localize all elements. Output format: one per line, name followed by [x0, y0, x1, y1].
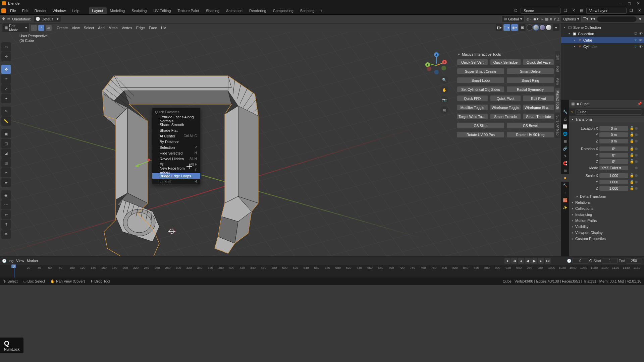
maxivz-quick-sel-vert[interactable]: Quick Sel Vert [457, 59, 488, 65]
end-frame-field[interactable]: 250 [626, 258, 642, 263]
mesh-select-mode-icon[interactable]: ◧▾ [496, 24, 502, 31]
jump-start-button[interactable]: ⏮ [511, 258, 517, 264]
rot-y-field[interactable]: 0° [599, 153, 628, 158]
scale-tool[interactable]: ⤢ [1, 84, 11, 94]
scene-selector[interactable]: Scene [521, 8, 561, 14]
maxivz-smart-translate[interactable]: Smart Translate [523, 113, 554, 120]
workspace-tab-shading[interactable]: Shading [203, 7, 223, 14]
loc-y-field[interactable]: 0 m [599, 132, 628, 137]
props-tab-9[interactable]: ■ [561, 174, 569, 182]
quickfav-new-face-from-edges[interactable]: New Face from EdgesF [152, 167, 200, 173]
workspace-tab-texture-paint[interactable]: Texture Paint [174, 7, 202, 14]
editmenu-create[interactable]: Create [55, 25, 69, 31]
vertex-select-mode[interactable]: · [31, 25, 37, 31]
cursor-tool-icon[interactable]: ✥ [2, 17, 5, 21]
maxivz-set-cylindrical-obj-sides[interactable]: Set Cylindrical Obj Sides [457, 86, 504, 93]
perspective-toggle-icon[interactable]: ⊞ [440, 106, 448, 114]
rotation-mode-dropdown[interactable]: XYZ Euler ▾ [599, 166, 628, 170]
scale-y-field[interactable]: 1.000 [599, 180, 628, 184]
annotate-tool[interactable]: ✎ [1, 107, 11, 116]
bevel-tool[interactable]: ◢ [1, 148, 11, 158]
workspace-tab-uv-editing[interactable]: UV Editing [150, 7, 174, 14]
outliner-item-cylinder[interactable]: ▸▿Cylinder▿👁 [561, 43, 644, 50]
delete-scene-button[interactable]: ✕ [570, 7, 577, 14]
maxivz-cs-slide[interactable]: CS Slide [457, 122, 504, 129]
mirror-x[interactable]: X [550, 17, 552, 21]
maxivz-quick-pivot[interactable]: Quick Pivot [490, 95, 521, 102]
editmenu-vertex[interactable]: Vertex [120, 25, 134, 31]
maxivz-edit-pivot[interactable]: Edit Pivot [523, 95, 554, 102]
quickfav-reveal-hidden[interactable]: Reveal HiddenAlt H [152, 156, 200, 162]
outliner-filter-toggle[interactable]: ▼ [638, 17, 642, 21]
timeline-ruler[interactable]: 2040608010012014016018020022024026028030… [0, 265, 644, 278]
maxivz-smart-loop[interactable]: Smart Loop [457, 77, 504, 83]
props-tab-1[interactable]: 🖨 [561, 115, 569, 123]
transform-tool[interactable]: ✦ [1, 94, 11, 103]
loc-z-field[interactable]: 0 m [599, 139, 628, 143]
workspace-tab-sculpting[interactable]: Sculpting [128, 7, 150, 14]
loc-y-lock[interactable]: 🔓 [630, 132, 634, 137]
inset-tool[interactable]: ◫ [1, 139, 11, 148]
window-minimize[interactable]: — [616, 1, 625, 6]
maxivz-wireframe-toggle[interactable]: Wireframe Toggle [490, 104, 521, 111]
scale-x-lock[interactable]: 🔓 [630, 173, 634, 178]
quickfav-extrude-faces-along-normals[interactable]: Extrude Faces Along Normals [152, 116, 200, 122]
measure-tool[interactable]: 📏 [1, 116, 11, 126]
outliner-item-cube[interactable]: ▸▿Cube▿👁 [561, 37, 644, 43]
rot-z-field[interactable]: 0° [599, 159, 628, 164]
panel-visibility[interactable]: Visibility [569, 224, 644, 230]
editmenu-mesh[interactable]: Mesh [107, 25, 119, 31]
playhead[interactable] [14, 265, 14, 278]
show-overlays[interactable]: ◉▾ [511, 24, 518, 31]
maxivz-title[interactable]: Maxivz Interactive Tools [457, 51, 554, 58]
panel-viewport-display[interactable]: Viewport Display [569, 230, 644, 236]
maxivz-rotate-uv-90-neg[interactable]: Rotate UV 90 Neg [506, 131, 554, 138]
maxivz-wireframe-shaded-to-[interactable]: Wireframe Shaded To.. [523, 104, 554, 111]
props-tab-8[interactable]: ⊞ [561, 167, 569, 174]
lookdev-shading[interactable] [539, 24, 545, 31]
panel-collections[interactable]: Collections [569, 205, 644, 212]
select-tool[interactable]: ▭ [1, 42, 11, 52]
panel-motion-paths[interactable]: Motion Paths [569, 218, 644, 224]
show-gizmos[interactable]: ⬚▾ [503, 24, 510, 31]
timeline-menu-view[interactable]: View [16, 259, 24, 263]
proportional-edit-toggle[interactable]: ◉▾ [533, 17, 539, 21]
props-tab-4[interactable]: ▦ [561, 137, 569, 145]
panel-custom-properties[interactable]: Custom Properties [569, 236, 644, 242]
shading-options[interactable]: ▾ [553, 24, 559, 31]
maxivz-modifier-toggle[interactable]: Modifier Toggle [457, 104, 488, 111]
quickfav-selection[interactable]: SelectionP [152, 144, 200, 150]
panel-delta-transform[interactable]: Delta Transform [569, 193, 644, 199]
outliner-display-mode[interactable]: ☰▾ [583, 17, 588, 21]
rot-x-lock[interactable]: 🔓 [630, 146, 634, 151]
quickfav-at-center[interactable]: At CenterCtrl Alt C [152, 133, 200, 139]
workspace-tab-rendering[interactable]: Rendering [246, 7, 270, 14]
edge-select-mode[interactable]: / [38, 25, 44, 31]
quickfav-by-distance[interactable]: By Distance [152, 139, 200, 144]
maxivz-rotate-uv-90-pos[interactable]: Rotate UV 90 Pos [457, 131, 504, 138]
face-select-mode[interactable]: ▱ [46, 25, 52, 31]
npanel-tab-sure-uv-map[interactable]: Sure UV Map [555, 113, 560, 138]
maxivz-smart-ring[interactable]: Smart Ring [506, 77, 554, 83]
workspace-tab-layout[interactable]: Layout [89, 7, 107, 14]
orientation-dropdown[interactable]: ⚪Default▾ [33, 16, 61, 22]
polybuild-tool[interactable]: ▰ [1, 178, 11, 187]
npanel-tab-view[interactable]: View [555, 75, 560, 88]
workspace-tab-modeling[interactable]: Modeling [107, 7, 128, 14]
panel-instancing[interactable]: Instancing [569, 212, 644, 218]
outliner-scene-collection[interactable]: ▾▢Scene Collection [561, 24, 644, 31]
props-tab-2[interactable]: ⬜ [561, 123, 569, 130]
props-tab-5[interactable]: 🔗 [561, 145, 569, 152]
maxivz-target-weld-toggle[interactable]: Target Weld Toggle [457, 113, 488, 120]
rip-tool[interactable]: ⧉ [1, 229, 11, 239]
rot-y-lock[interactable]: 🔓 [630, 153, 634, 157]
timeline-editor-icon[interactable]: 🕐 [2, 259, 7, 263]
smooth-tool[interactable]: 〰 [1, 200, 11, 209]
quickfav-shade-flat[interactable]: Shade Flat [152, 127, 200, 133]
loc-x-lock[interactable]: 🔓 [630, 126, 634, 130]
scale-x-field[interactable]: 1.000 [599, 173, 628, 178]
workspace-tab-scripting[interactable]: Scripting [297, 7, 318, 14]
npanel-tab-maxivz-tools[interactable]: Maxivz Tools [555, 88, 560, 112]
workspace-tab-animation[interactable]: Animation [223, 7, 246, 14]
editmenu-select[interactable]: Select [82, 25, 96, 31]
